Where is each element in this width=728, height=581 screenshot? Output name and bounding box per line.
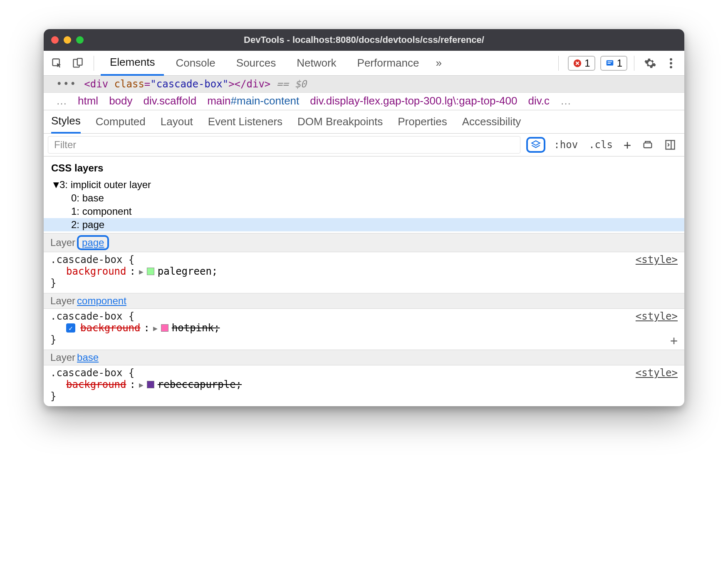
layer-label: Layer bbox=[50, 295, 75, 307]
selected-element: <div class="cascade-box"></div> == $0 bbox=[84, 78, 307, 90]
breadcrumb-ellipsis[interactable]: … bbox=[560, 94, 571, 107]
layers-tree: ▼ 3: implicit outer layer 0: base1: comp… bbox=[44, 178, 684, 233]
tab-console[interactable]: Console bbox=[166, 51, 224, 76]
color-swatch[interactable] bbox=[161, 324, 168, 332]
titlebar: DevTools - localhost:8080/docs/devtools/… bbox=[44, 29, 684, 51]
layer-tree-item[interactable]: 1: component bbox=[44, 205, 684, 218]
css-selector[interactable]: .cascade-box bbox=[50, 367, 122, 379]
maximize-window-button[interactable] bbox=[76, 36, 84, 44]
color-swatch[interactable] bbox=[147, 268, 154, 275]
css-rule[interactable]: <style>.cascade-box {background:▶palegre… bbox=[44, 252, 684, 293]
subtab-styles[interactable]: Styles bbox=[51, 110, 81, 134]
layer-section-header: Layer base bbox=[44, 350, 684, 365]
css-selector[interactable]: .cascade-box bbox=[50, 310, 122, 322]
source-link[interactable]: <style> bbox=[636, 367, 678, 379]
layer-link[interactable]: component bbox=[77, 295, 126, 307]
css-property-value[interactable]: palegreen; bbox=[158, 266, 218, 277]
svg-rect-2 bbox=[77, 58, 82, 65]
breadcrumb-item[interactable]: html bbox=[78, 94, 98, 107]
layer-tree-item[interactable]: 2: page bbox=[44, 218, 684, 231]
breadcrumb-item[interactable]: div.scaffold bbox=[144, 94, 197, 107]
main-toolbar: ElementsConsoleSourcesNetworkPerformance… bbox=[44, 51, 684, 76]
css-layers-heading: CSS layers bbox=[44, 156, 684, 178]
source-link[interactable]: <style> bbox=[636, 254, 678, 266]
breadcrumb-item[interactable]: main#main-content bbox=[207, 94, 299, 107]
css-declaration[interactable]: ✓background:▶hotpink; bbox=[50, 322, 678, 334]
ellipsis-icon[interactable]: ••• bbox=[56, 78, 77, 90]
svg-rect-8 bbox=[644, 143, 652, 148]
expand-shorthand-icon[interactable]: ▶ bbox=[139, 267, 144, 276]
svg-point-5 bbox=[670, 58, 672, 60]
styles-toolbar: :hov .cls + bbox=[44, 134, 684, 156]
separator bbox=[634, 56, 634, 71]
layer-label: Layer bbox=[50, 352, 75, 363]
rendering-icon[interactable] bbox=[639, 139, 656, 151]
tab-sources[interactable]: Sources bbox=[227, 51, 285, 76]
close-window-button[interactable] bbox=[51, 36, 59, 44]
layer-link[interactable]: base bbox=[77, 352, 99, 363]
color-swatch[interactable] bbox=[147, 381, 154, 388]
layer-link[interactable]: page bbox=[77, 235, 109, 250]
dom-snippet-row[interactable]: ••• <div class="cascade-box"></div> == $… bbox=[44, 76, 684, 93]
kebab-menu-icon[interactable] bbox=[662, 54, 680, 72]
tab-network[interactable]: Network bbox=[287, 51, 345, 76]
css-property-name[interactable]: background bbox=[80, 322, 141, 334]
tab-elements[interactable]: Elements bbox=[101, 51, 164, 76]
add-declaration-button[interactable]: + bbox=[670, 333, 678, 348]
subtab-layout[interactable]: Layout bbox=[161, 110, 193, 134]
property-toggle-checkbox[interactable]: ✓ bbox=[66, 323, 75, 333]
subtab-accessibility[interactable]: Accessibility bbox=[462, 110, 521, 134]
layer-label: Layer bbox=[50, 237, 75, 248]
subtab-computed[interactable]: Computed bbox=[96, 110, 146, 134]
window-title: DevTools - localhost:8080/docs/devtools/… bbox=[44, 35, 684, 45]
css-property-name[interactable]: background bbox=[66, 266, 126, 277]
breadcrumb-item[interactable]: div.display-flex.gap-top-300.lg\:gap-top… bbox=[310, 94, 517, 107]
subtab-dom-breakpoints[interactable]: DOM Breakpoints bbox=[297, 110, 383, 134]
issues-count: 1 bbox=[617, 57, 622, 69]
css-property-value[interactable]: hotpink; bbox=[172, 322, 220, 334]
svg-point-7 bbox=[670, 66, 672, 68]
computed-sidebar-icon[interactable] bbox=[662, 139, 678, 151]
breadcrumb: … htmlbodydiv.scaffoldmain#main-contentd… bbox=[44, 93, 684, 110]
css-declaration[interactable]: background:▶rebeccapurple; bbox=[50, 379, 678, 390]
more-tabs-button[interactable]: » bbox=[431, 57, 446, 70]
css-rule[interactable]: <style>.cascade-box {✓background:▶hotpin… bbox=[44, 309, 684, 350]
css-declaration[interactable]: background:▶palegreen; bbox=[50, 266, 678, 277]
css-selector[interactable]: .cascade-box bbox=[50, 254, 122, 266]
tab-performance[interactable]: Performance bbox=[348, 51, 428, 76]
errors-badge[interactable]: 1 bbox=[568, 56, 595, 71]
toggle-layers-button[interactable] bbox=[526, 137, 545, 153]
css-rule[interactable]: <style>.cascade-box {background:▶rebecca… bbox=[44, 365, 684, 406]
svg-point-6 bbox=[670, 62, 672, 65]
minimize-window-button[interactable] bbox=[64, 36, 71, 44]
expand-shorthand-icon[interactable]: ▶ bbox=[153, 324, 158, 333]
layer-tree-item[interactable]: 0: base bbox=[44, 191, 684, 205]
filter-input[interactable] bbox=[48, 136, 520, 154]
errors-count: 1 bbox=[584, 57, 590, 69]
svg-rect-9 bbox=[666, 141, 675, 149]
inspect-icon[interactable] bbox=[48, 54, 66, 72]
subtab-properties[interactable]: Properties bbox=[398, 110, 447, 134]
css-property-value[interactable]: rebeccapurple; bbox=[158, 379, 242, 390]
layers-outer-row[interactable]: ▼ 3: implicit outer layer bbox=[44, 178, 684, 191]
breadcrumb-item[interactable]: body bbox=[109, 94, 132, 107]
expand-shorthand-icon[interactable]: ▶ bbox=[139, 380, 144, 389]
source-link[interactable]: <style> bbox=[636, 310, 678, 322]
device-toggle-icon[interactable] bbox=[69, 54, 87, 72]
breadcrumb-ellipsis[interactable]: … bbox=[56, 94, 67, 107]
hov-button[interactable]: :hov bbox=[551, 139, 580, 151]
subtab-event-listeners[interactable]: Event Listeners bbox=[208, 110, 282, 134]
issues-badge[interactable]: 1 bbox=[600, 56, 627, 71]
layer-section-header: Layer page bbox=[44, 233, 684, 252]
separator bbox=[558, 56, 559, 71]
settings-icon[interactable] bbox=[641, 54, 659, 72]
breadcrumb-item[interactable]: div.c bbox=[528, 94, 550, 107]
cls-button[interactable]: .cls bbox=[586, 139, 615, 151]
css-property-name[interactable]: background bbox=[66, 379, 126, 390]
layer-section-header: Layer component bbox=[44, 293, 684, 309]
traffic-lights bbox=[51, 36, 84, 44]
separator bbox=[94, 56, 94, 71]
styles-subtabs: StylesComputedLayoutEvent ListenersDOM B… bbox=[44, 110, 684, 134]
new-rule-button[interactable]: + bbox=[621, 138, 634, 152]
caret-down-icon[interactable]: ▼ bbox=[51, 179, 59, 191]
